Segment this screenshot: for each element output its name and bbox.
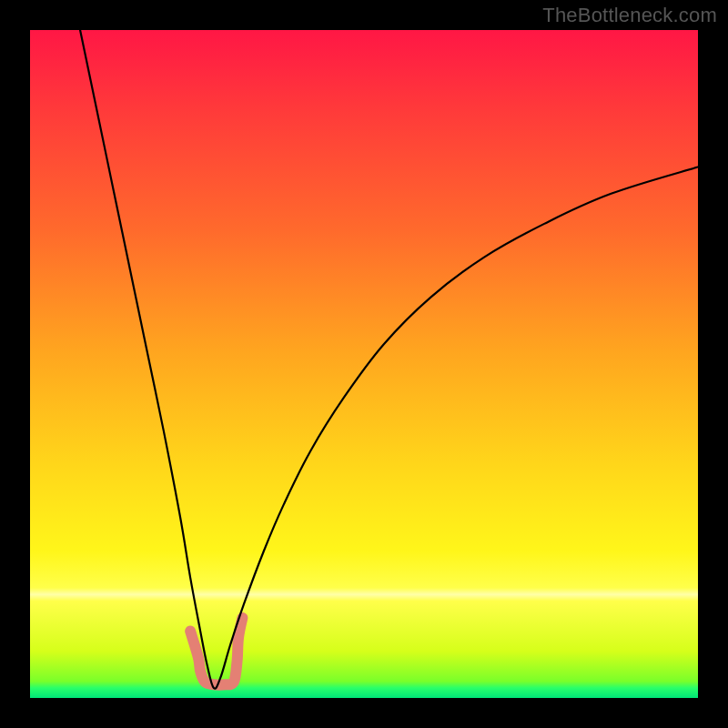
bottleneck-curve-chart [30,30,698,698]
plot-area [30,30,698,698]
watermark-text: TheBottleneck.com [542,4,717,27]
chart-frame: TheBottleneck.com [0,0,728,728]
gradient-background [30,30,698,698]
